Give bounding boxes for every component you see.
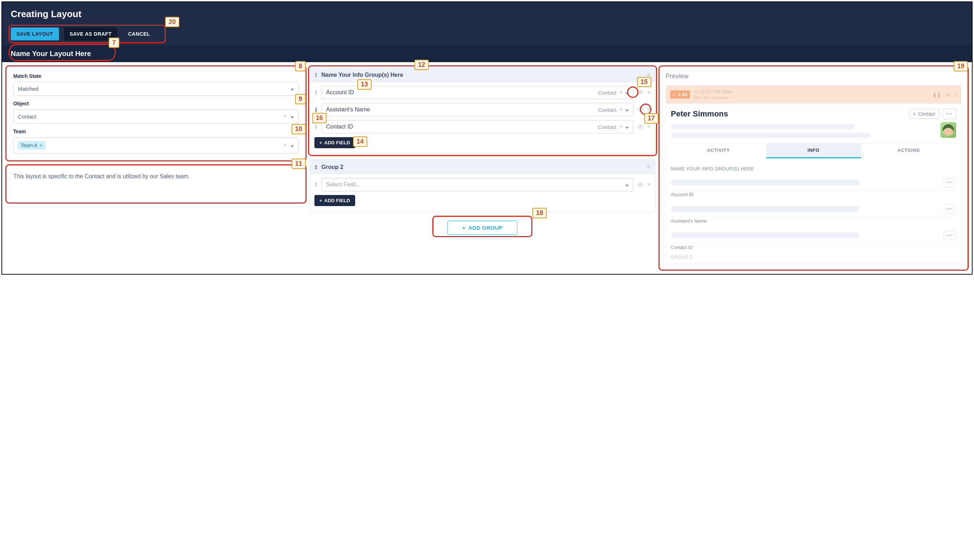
match-state-label: Match State [13, 73, 299, 79]
plus-icon: + [319, 198, 322, 203]
object-value: Contact [18, 113, 37, 120]
add-field-button[interactable]: +ADD FIELD [314, 195, 355, 206]
match-criteria-card: Match State Matched Object Contact × Tea… [7, 67, 305, 160]
more-menu-button[interactable]: ··· [943, 108, 956, 119]
layout-name-bar[interactable]: Name Your Layout Here 7 [2, 45, 972, 62]
team-label: Team [13, 128, 299, 134]
tab-activity[interactable]: ACTIVITY [671, 143, 766, 158]
groups-column: ▲▼ Name Your Info Group(s) Here × ▲▼ Acc… [310, 67, 655, 237]
visibility-icon[interactable] [637, 182, 644, 187]
group-title[interactable]: Name Your Info Group(s) Here [322, 72, 644, 78]
team-tag[interactable]: Team A× [18, 141, 45, 150]
page-title: Creating Layout [11, 8, 963, 20]
clear-icon[interactable]: × [619, 123, 622, 130]
match-state-select[interactable]: Matched [13, 82, 299, 96]
app-frame: Creating Layout SAVE LAYOUT SAVE AS DRAF… [2, 2, 972, 275]
clear-icon[interactable]: × [619, 89, 622, 96]
preview-field-label: Account ID [671, 192, 956, 197]
more-icon[interactable]: ··· [944, 178, 956, 187]
group-header[interactable]: ▲▼ Group 2 × [310, 160, 655, 174]
preview-column: Preview ⌐1:34 +1 (232) 334 5594GMT +8 • … [660, 67, 967, 269]
pause-icon[interactable]: ❚❚ [932, 92, 941, 98]
more-icon[interactable]: ··· [944, 231, 956, 240]
field-name: Account ID [326, 89, 354, 96]
field-row: ▲▼ Select Field... × [314, 178, 650, 192]
info-group-1: ▲▼ Name Your Info Group(s) Here × ▲▼ Acc… [310, 67, 655, 154]
dot-icon [913, 112, 916, 115]
field-select[interactable]: Assistant's Name Contact× [322, 103, 634, 117]
description-card: This layout is specific to the Contact a… [7, 166, 305, 202]
field-select[interactable]: Select Field... [322, 178, 634, 192]
save-layout-button[interactable]: SAVE LAYOUT [11, 28, 59, 40]
sort-handle-icon[interactable]: ▲▼ [314, 107, 318, 112]
chevron-down-icon [290, 142, 294, 148]
preview-card: Preview ⌐1:34 +1 (232) 334 5594GMT +8 • … [660, 67, 967, 269]
field-select[interactable]: Contact ID Contact× [322, 120, 634, 133]
info-group-2: ▲▼ Group 2 × ▲▼ Select Field... × [310, 159, 655, 212]
transfer-icon[interactable]: ⇆ [946, 92, 950, 98]
chevron-down-icon [290, 86, 294, 92]
delete-group-icon[interactable]: × [647, 163, 650, 171]
clear-icon[interactable]: × [284, 142, 287, 148]
chevron-down-icon [625, 124, 629, 130]
group-title[interactable]: Group 2 [322, 164, 644, 170]
more-icon[interactable]: ··· [944, 204, 956, 213]
preview-section-title-2: GROUP 2 [671, 254, 956, 260]
save-as-draft-button[interactable]: SAVE AS DRAFT [64, 28, 118, 40]
call-meta: +1 (232) 334 5594GMT +8 • Customer [694, 89, 732, 100]
sort-handle-icon[interactable]: ▲▼ [314, 124, 318, 130]
sort-handle-icon[interactable]: ▲▼ [314, 182, 318, 188]
match-state-value: Matched [18, 86, 38, 92]
chevron-down-icon [625, 107, 629, 113]
profile-section: Peter Simmons Contact ··· A [666, 103, 961, 160]
group-body: ▲▼ Select Field... × +ADD FIELD [310, 174, 655, 212]
visibility-icon[interactable] [637, 125, 644, 129]
clear-icon[interactable]: × [619, 107, 622, 113]
field-row: ▲▼ Account ID Contact× × 13 [314, 86, 650, 99]
visibility-icon[interactable] [637, 108, 644, 112]
clear-icon[interactable]: × [284, 113, 287, 120]
preview-title: Preview [665, 72, 961, 80]
tab-actions[interactable]: ACTIONS [861, 143, 956, 158]
remove-field-icon[interactable]: × [647, 123, 650, 130]
visibility-icon[interactable] [637, 90, 644, 95]
preview-tabs: ACTIVITY INFO ACTIONS [671, 143, 956, 158]
home-icon[interactable]: ⌂ [954, 92, 957, 98]
layout-name-input[interactable]: Name Your Layout Here [2, 45, 972, 62]
preview-field-item: ··· [671, 175, 956, 190]
columns: Match State Matched Object Contact × Tea… [2, 62, 972, 274]
layout-description[interactable]: This layout is specific to the Contact a… [13, 172, 299, 181]
avatar [941, 122, 956, 138]
preview-field-item: ··· [671, 202, 956, 217]
sort-handle-icon[interactable]: ▲▼ [314, 164, 318, 170]
remove-field-icon[interactable]: × [647, 89, 650, 96]
add-group-button[interactable]: +ADD GROUP [447, 221, 517, 235]
group-header[interactable]: ▲▼ Name Your Info Group(s) Here × [310, 68, 655, 82]
add-group-wrap: +ADD GROUP 18 [310, 217, 655, 237]
header: Creating Layout SAVE LAYOUT SAVE AS DRAF… [2, 2, 972, 45]
preview-field-label: Assistant's Name [671, 218, 956, 223]
remove-tag-icon[interactable]: × [40, 142, 43, 148]
preview-section-title: NAME YOUR INFO GROUP(S) HERE [671, 166, 956, 172]
team-select[interactable]: Team A× × [13, 137, 299, 153]
call-duration: ⌐1:34 [670, 90, 690, 98]
tab-info[interactable]: INFO [766, 143, 861, 158]
chevron-down-icon [625, 182, 629, 188]
remove-field-icon[interactable]: × [647, 107, 650, 113]
remove-field-icon[interactable]: × [647, 182, 650, 188]
object-pill[interactable]: Contact [909, 109, 939, 119]
add-field-button[interactable]: +ADD FIELD [314, 137, 355, 148]
field-name: Assistant's Name [326, 107, 370, 113]
preview-body: ⌐1:34 +1 (232) 334 5594GMT +8 • Customer… [665, 85, 961, 263]
left-column: Match State Matched Object Contact × Tea… [7, 67, 305, 208]
field-name: Contact ID [326, 123, 354, 130]
sort-handle-icon[interactable]: ▲▼ [314, 72, 318, 78]
sort-handle-icon[interactable]: ▲▼ [314, 90, 318, 95]
cancel-button[interactable]: CANCEL [122, 28, 155, 40]
preview-field-label: Contact ID [671, 245, 956, 250]
delete-group-icon[interactable]: × [647, 71, 650, 78]
object-select[interactable]: Contact × [13, 109, 299, 123]
preview-field-item: ··· [671, 228, 956, 243]
object-label: Object [13, 101, 299, 107]
field-select[interactable]: Account ID Contact× [322, 86, 634, 99]
